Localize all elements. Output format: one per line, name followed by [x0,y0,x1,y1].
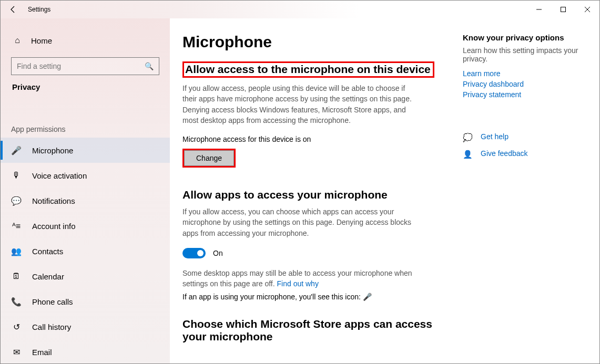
feedback-icon: 👤 [463,150,472,159]
sidebar-item-voice-activation[interactable]: 🎙Voice activation [1,163,170,188]
link-learn-more[interactable]: Learn more [463,69,589,78]
right-panel: Know your privacy options Learn how this… [463,33,599,363]
history-icon: ↺ [11,322,22,332]
voice-icon: 🎙 [11,171,22,180]
sidebar-item-email[interactable]: ✉Email [1,339,170,363]
titlebar: Settings [1,1,599,18]
get-help-link[interactable]: Get help [481,132,509,141]
close-button[interactable] [575,1,599,18]
right-desc: Learn how this setting impacts your priv… [463,46,589,63]
sidebar-item-label: Notifications [32,196,75,205]
search-icon: 🔍 [145,62,154,70]
sidebar-item-account-info[interactable]: ᴬ≡Account info [1,213,170,238]
sidebar-item-call-history[interactable]: ↺Call history [1,314,170,339]
maximize-button[interactable] [551,1,575,18]
section-title-device: Allow access to the microphone on this d… [182,61,434,78]
notifications-icon: 💬 [11,196,22,206]
sidebar-item-notifications[interactable]: 💬Notifications [1,188,170,213]
sidebar-item-microphone[interactable]: 🎤Microphone [1,138,170,163]
desktop-note: Some desktop apps may still be able to a… [182,268,414,289]
sidebar-item-contacts[interactable]: 👥Contacts [1,238,170,264]
section-title-apps: Allow apps to access your microphone [182,189,445,201]
sidebar-item-label: Phone calls [32,297,73,306]
search-input[interactable] [17,62,133,70]
change-button[interactable]: Change [184,150,234,166]
section-title-store: Choose which Microsoft Store apps can ac… [182,318,445,343]
section-desc-device: If you allow access, people using this d… [182,83,414,126]
sidebar-item-label: Voice activation [32,171,87,180]
minimize-button[interactable] [527,1,551,18]
home-icon: ⌂ [12,36,23,45]
help-icon: 💭 [463,133,472,142]
section-label: App permissions [1,125,170,133]
nav-list: 🎤Microphone 🎙Voice activation 💬Notificat… [1,138,170,363]
section-desc-apps: If you allow access, you can choose whic… [182,206,414,238]
sidebar-item-label: Calendar [32,272,64,281]
svg-rect-1 [561,7,566,12]
toggle-label: On [213,249,223,257]
right-heading: Know your privacy options [463,33,589,42]
sidebar-item-label: Microphone [32,146,73,155]
contacts-icon: 👥 [11,246,22,256]
device-status: Microphone access for this device is on [182,135,445,143]
back-button[interactable] [1,1,26,18]
phone-icon: 📞 [11,297,22,307]
sidebar-item-phone-calls[interactable]: 📞Phone calls [1,289,170,314]
calendar-icon: 🗓 [11,272,22,281]
search-box[interactable]: 🔍 [11,57,159,75]
sidebar-item-label: Call history [32,323,71,331]
link-privacy-statement[interactable]: Privacy statement [463,90,589,99]
home-link[interactable]: ⌂ Home [1,30,170,51]
sidebar-item-label: Contacts [32,247,63,256]
microphone-indicator-icon: 🎤 [363,293,372,301]
email-icon: ✉ [11,347,22,357]
toggle-knob [197,250,204,256]
category-label: Privacy [1,82,170,91]
mic-icon-note: If an app is using your microphone, you'… [182,293,445,301]
home-label: Home [31,36,52,45]
toggle-track [182,248,206,258]
give-feedback-link[interactable]: Give feedback [481,149,528,158]
sidebar: ⌂ Home 🔍 Privacy App permissions 🎤Microp… [1,18,170,363]
page-title: Microphone [182,33,445,51]
main-panel: Microphone Allow access to the microphon… [170,18,599,363]
window-title: Settings [26,6,50,13]
sidebar-item-label: Email [32,348,52,357]
find-out-link[interactable]: Find out why [277,279,319,288]
apps-toggle[interactable]: On [182,248,445,258]
sidebar-item-calendar[interactable]: 🗓Calendar [1,264,170,289]
microphone-icon: 🎤 [11,145,22,155]
link-privacy-dashboard[interactable]: Privacy dashboard [463,80,589,88]
sidebar-item-label: Account info [32,222,76,231]
account-icon: ᴬ≡ [11,221,22,231]
